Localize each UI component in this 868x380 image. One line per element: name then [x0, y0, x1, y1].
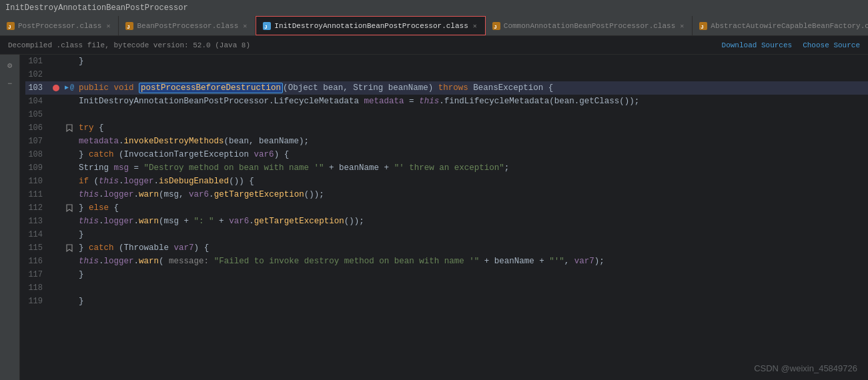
java-icon: J: [492, 22, 500, 30]
line-119: 119 }: [25, 295, 868, 308]
line-110: 110 if (this.logger.isDebugEnabled()) {: [25, 175, 868, 188]
tab-postprocessor[interactable]: J PostProcessor.class ✕: [0, 16, 119, 35]
arrow-icon: ▶: [65, 81, 69, 95]
bookmark-icon-115: [66, 244, 73, 252]
line-102: 102: [25, 68, 868, 81]
bookmark-106[interactable]: [63, 124, 76, 132]
svg-text:J: J: [494, 24, 497, 30]
bookmark-icon-106: [66, 124, 73, 132]
line-107: 107 metadata.invokeDestroyMethods(bean, …: [25, 135, 868, 148]
svg-text:J: J: [127, 24, 130, 30]
line-116: 116 this.logger.warn( message: "Failed t…: [25, 255, 868, 268]
java-icon: J: [125, 22, 133, 30]
tab-close-btn[interactable]: ✕: [242, 21, 248, 31]
breakpoint-dot: [53, 85, 59, 91]
line-101: 101 }: [25, 55, 868, 68]
line-106: 106 try {: [25, 121, 868, 135]
line-113: 113 this.logger.warn(msg + ": " + var6.g…: [25, 215, 868, 228]
line-109: 109 String msg = "Destroy method on bean…: [25, 161, 868, 175]
minus-icon[interactable]: −: [3, 77, 17, 91]
icon-sidebar: ⚙ −: [0, 55, 20, 380]
java-icon: J: [263, 22, 271, 30]
java-icon: J: [7, 22, 15, 30]
title-bar: InitDestroyAnnotationBeanPostProcessor: [0, 0, 868, 16]
tab-abstractautowire[interactable]: J AbstractAutowireCapableBeanFactory.cla…: [693, 16, 868, 35]
line-118: 118: [25, 281, 868, 295]
line-111: 111 this.logger.warn(msg, var6.getTarget…: [25, 188, 868, 201]
line-108: 108 } catch (InvocationTargetException v…: [25, 148, 868, 161]
info-bar-actions: Download Sources Choose Source: [722, 41, 860, 49]
svg-text:J: J: [701, 24, 704, 30]
tab-label: AbstractAutowireCapableBeanFactory.class: [711, 22, 868, 30]
bookmark-icon-112: [66, 204, 73, 212]
choose-source-link[interactable]: Choose Source: [803, 41, 860, 49]
at-icon: @: [70, 81, 74, 95]
svg-text:J: J: [8, 24, 11, 30]
tab-label: CommonAnnotationBeanPostProcessor.class: [504, 22, 675, 30]
tab-beanpostprocessor[interactable]: J BeanPostProcessor.class ✕: [119, 16, 256, 35]
tab-label: PostProcessor.class: [18, 22, 101, 30]
settings-icon[interactable]: ⚙: [3, 59, 17, 72]
breakpoint-103[interactable]: [49, 85, 63, 91]
bookmark-103[interactable]: ▶ @: [63, 81, 76, 95]
line-104: 104 InitDestroyAnnotationBeanPostProcess…: [25, 95, 868, 108]
code-panel: ⚙ − 101 } 102 103: [0, 55, 868, 380]
tab-bar: J PostProcessor.class ✕ J BeanPostProces…: [0, 16, 868, 36]
tab-close-btn[interactable]: ✕: [679, 21, 685, 31]
java-icon: J: [699, 22, 707, 30]
info-bar: Decompiled .class file, bytecode version…: [0, 36, 868, 55]
tab-label: BeanPostProcessor.class: [137, 22, 238, 30]
line-114: 114 }: [25, 228, 868, 241]
line-105: 105: [25, 108, 868, 121]
window-title: InitDestroyAnnotationBeanPostProcessor: [5, 3, 188, 13]
bookmark-115[interactable]: [63, 244, 76, 252]
line-117: 117 }: [25, 268, 868, 281]
watermark: CSDN @weixin_45849726: [754, 363, 857, 373]
line-112: 112 } else {: [25, 201, 868, 215]
tab-initdestroy[interactable]: J InitDestroyAnnotationBeanPostProcessor…: [256, 16, 485, 35]
line-103: 103 ▶ @ public void postProcessBeforeDes…: [25, 81, 868, 95]
tab-commonannotation[interactable]: J CommonAnnotationBeanPostProcessor.clas…: [486, 16, 693, 35]
code-area[interactable]: 101 } 102 103 ▶ @: [20, 55, 868, 380]
svg-text:J: J: [264, 24, 268, 30]
decompile-message: Decompiled .class file, bytecode version…: [8, 41, 250, 49]
tab-close-btn[interactable]: ✕: [105, 21, 111, 31]
tab-close-btn[interactable]: ✕: [472, 21, 478, 31]
line-115: 115 } catch (Throwable var7) {: [25, 241, 868, 255]
bookmark-112[interactable]: [63, 204, 76, 212]
download-sources-link[interactable]: Download Sources: [722, 41, 793, 49]
tab-label: InitDestroyAnnotationBeanPostProcessor.c…: [274, 22, 468, 30]
